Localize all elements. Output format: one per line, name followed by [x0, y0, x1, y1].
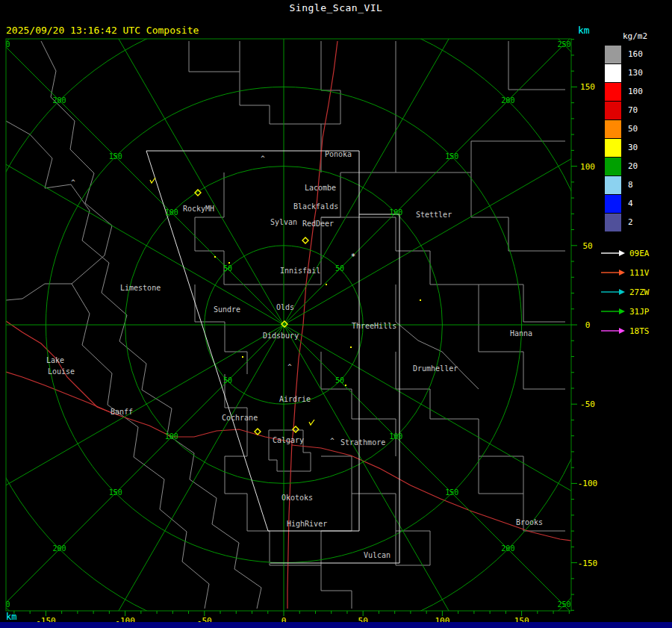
county-boundary — [396, 352, 523, 494]
city-label: Drumheller — [413, 364, 458, 373]
city-label: Okotoks — [281, 494, 313, 502]
radial-line — [284, 325, 493, 628]
city-label: Strathmore — [340, 438, 385, 447]
range-ring-label: 200 — [501, 96, 514, 105]
county-boundary — [396, 41, 565, 172]
city-label: Blackfalds — [293, 202, 338, 211]
legend-swatch — [605, 214, 621, 231]
radar-id-label: 27ZW — [629, 287, 650, 297]
radar-arrow-icon — [600, 268, 626, 277]
legend-unit-label: kg/m2 — [623, 31, 671, 41]
radar-legend-row: 111V — [599, 263, 671, 282]
city-label: Hanna — [510, 329, 532, 338]
legend-swatch — [605, 83, 621, 101]
bottom-strip — [0, 622, 672, 628]
legend-swatch — [605, 139, 621, 157]
radar-arrow-icon — [600, 307, 626, 316]
radar-legend-row: 31JP — [599, 302, 671, 321]
range-ring-label: 100 — [165, 432, 178, 441]
radial-line — [0, 29, 284, 325]
legend-value: 30 — [628, 143, 638, 152]
storm-marker — [309, 420, 314, 425]
y-axis-tick-label: 150 — [580, 82, 595, 92]
legend-value: 20 — [628, 161, 638, 171]
legend-value: 160 — [628, 49, 643, 59]
city-label: RedDeer — [302, 220, 334, 228]
radar-legend-row: 09EA — [599, 243, 671, 263]
highway-line — [6, 372, 292, 442]
legend-value: 130 — [628, 68, 643, 78]
city-label: Brooks — [516, 518, 543, 526]
range-ring-label: 50 — [223, 376, 232, 385]
color-scale: 16013010070503020842 — [599, 45, 671, 231]
city-label: Limestone — [120, 284, 161, 292]
radial-line — [284, 29, 579, 325]
city-label: ThreeHills — [352, 322, 396, 330]
y-axis-tick-label: 0 — [585, 320, 591, 330]
city-label: Louise — [48, 367, 75, 376]
radar-id-label: 111V — [629, 268, 650, 278]
range-ring-label: 250 — [0, 40, 10, 49]
legend-value: 100 — [628, 87, 643, 96]
station-caret: ^ — [330, 437, 335, 444]
city-label: Cochrane — [222, 414, 258, 422]
legend-swatch — [605, 195, 621, 213]
y-axis-tick-label: -150 — [578, 559, 598, 568]
radar-arrow-icon — [600, 249, 626, 258]
city-label: Innisfail — [280, 267, 320, 275]
radial-line — [0, 325, 284, 621]
radar-legend-row: 27ZW — [599, 282, 671, 302]
station-dot — [214, 256, 216, 258]
legend-swatch — [605, 176, 621, 194]
legend-value: 4 — [628, 199, 633, 208]
legend-row: 100 — [599, 82, 671, 101]
city-label: Banff — [111, 408, 133, 416]
radial-line — [0, 325, 284, 534]
radar-arrow-icon — [600, 287, 626, 296]
city-label: RockyMH — [183, 205, 214, 213]
range-ring-label: 150 — [109, 488, 122, 497]
range-ring-label: 100 — [389, 208, 402, 217]
legend-row: 4 — [599, 194, 671, 213]
city-label: Airdrie — [279, 395, 311, 403]
city-label: Lacombe — [305, 184, 336, 192]
county-boundary — [471, 172, 565, 251]
radial-line — [0, 116, 284, 325]
city-label: Ponoka — [325, 150, 352, 158]
county-boundary — [508, 41, 565, 90]
radar-site-marker — [302, 237, 308, 243]
storm-marker — [150, 178, 155, 183]
range-ring-label: 250 — [557, 40, 570, 49]
legend-row: 8 — [599, 175, 671, 194]
legend-row: 130 — [599, 63, 671, 82]
legend-row: 2 — [599, 213, 671, 231]
city-label: Stettler — [416, 211, 452, 219]
radar-legend-row: 18TS — [599, 321, 671, 341]
station-caret: ^ — [261, 155, 265, 162]
legend-value: 2 — [628, 217, 633, 227]
radial-line — [284, 325, 646, 534]
legend-row: 70 — [599, 101, 671, 119]
station-dot — [345, 385, 346, 386]
station-dot — [326, 284, 327, 285]
range-ring-label: 50 — [335, 376, 344, 385]
range-ring-label: 150 — [445, 488, 458, 497]
range-ring-label: 200 — [53, 96, 66, 105]
legend-value: 8 — [628, 180, 633, 190]
county-boundary — [396, 285, 479, 389]
range-ring-label: 50 — [335, 264, 344, 273]
range-ring-label: 200 — [501, 544, 514, 553]
station-caret: ^ — [287, 363, 292, 370]
county-boundary — [247, 531, 352, 609]
city-label: Sundre — [214, 305, 240, 314]
station-dot — [228, 262, 230, 264]
y-axis-tick-label: -50 — [580, 400, 595, 409]
station-dot — [420, 299, 421, 301]
range-ring-label: 50 — [223, 264, 232, 273]
range-ring-label: 100 — [165, 208, 178, 217]
county-boundary — [6, 121, 261, 609]
range-ring-label: 100 — [389, 432, 402, 441]
range-ring-label: 150 — [445, 152, 458, 161]
city-label: Vulcan — [364, 551, 391, 559]
station-caret: ^ — [71, 178, 75, 186]
